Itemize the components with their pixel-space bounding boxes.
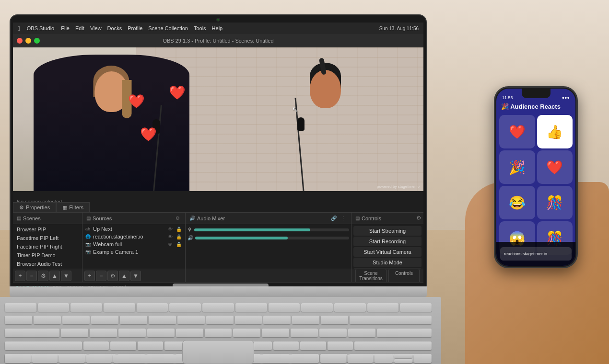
key-alt-r[interactable] (348, 354, 374, 363)
key-f4[interactable] (137, 303, 168, 312)
mixer-menu-icon[interactable]: ⋮ (340, 215, 347, 222)
key-e[interactable] (118, 329, 146, 337)
key-f8[interactable] (269, 303, 300, 312)
key-f12[interactable] (400, 303, 432, 312)
key-f6[interactable] (202, 303, 234, 312)
phone-cell-heart2[interactable]: ❤️ (537, 150, 573, 184)
key-t[interactable] (176, 329, 203, 337)
key-ctrl[interactable] (32, 354, 58, 363)
phone-cell-thumbs[interactable]: 👍 (537, 115, 573, 148)
fader-bar-2[interactable] (195, 237, 349, 239)
key-f9[interactable] (301, 303, 333, 312)
key-caps[interactable] (5, 341, 82, 350)
key-5[interactable] (149, 316, 176, 324)
key-a[interactable] (83, 341, 109, 350)
menu-scene-collection[interactable]: Scene Collection (148, 25, 188, 31)
scene-facetime-left[interactable]: Facetime PIP Left (13, 234, 82, 242)
remove-scene-button[interactable]: − (26, 271, 37, 281)
key-arrow-u[interactable] (394, 354, 412, 358)
key-f10[interactable] (334, 303, 366, 312)
key-alt-l[interactable] (59, 354, 85, 363)
controls-tab-button[interactable]: Controls (388, 269, 420, 283)
start-streaming-button[interactable]: Start Streaming (353, 226, 422, 236)
source-up-button[interactable]: ▲ (119, 271, 129, 281)
key-minus[interactable] (321, 316, 348, 324)
key-u[interactable] (233, 329, 260, 337)
key-f1[interactable] (38, 303, 70, 312)
key-r[interactable] (147, 329, 175, 337)
scene-settings-button[interactable]: ⚙ (38, 271, 48, 281)
key-s[interactable] (110, 341, 136, 350)
phone-cell-laugh[interactable]: 😂 (499, 186, 535, 219)
key-d[interactable] (138, 341, 164, 350)
app-name-menu[interactable]: OBS Studio (27, 25, 54, 31)
key-4[interactable] (120, 316, 147, 324)
source-eye-1[interactable]: 👁 (167, 234, 174, 239)
source-lock-2[interactable]: 🔒 (176, 242, 182, 247)
menu-edit[interactable]: Edit (75, 25, 84, 31)
key-fn[interactable] (5, 354, 31, 363)
key-delete[interactable] (354, 341, 432, 350)
key-cmd-l[interactable] (86, 354, 112, 363)
key-f7[interactable] (235, 303, 267, 312)
key-p[interactable] (319, 329, 347, 337)
filters-tab[interactable]: ▦ Filters (56, 202, 90, 213)
maximize-button[interactable] (34, 38, 40, 44)
source-reaction[interactable]: 🌐 reaction.stagetimer.io 👁 🔒 (82, 233, 185, 240)
key-cmd-r[interactable] (320, 354, 346, 363)
studio-mode-button[interactable]: Studio Mode (353, 258, 422, 267)
scene-browser-audio[interactable]: Browser Audio Test (13, 260, 82, 268)
phone-url-bar[interactable]: reactions.stagetimer.io (500, 247, 572, 261)
minimize-button[interactable] (25, 38, 31, 44)
key-arrow-d[interactable] (394, 359, 412, 363)
source-eye-0[interactable]: 👁 (167, 227, 174, 232)
key-9[interactable] (263, 316, 291, 324)
key-y[interactable] (205, 329, 232, 337)
source-up-next[interactable]: ab Up Next 👁 🔒 (82, 225, 185, 233)
scene-timer-pip[interactable]: Timer PIP Demo (13, 251, 82, 260)
trackpad[interactable] (182, 340, 254, 364)
start-virtual-camera-button[interactable]: Start Virtual Camera (353, 247, 422, 257)
menu-profile[interactable]: Profile (128, 25, 142, 31)
scene-facetime-right[interactable]: Facetime PIP Right (13, 242, 82, 251)
sources-options-icon[interactable]: ⚙ (174, 215, 181, 222)
source-lock-1[interactable]: 🔒 (176, 234, 182, 239)
key-arrow-l[interactable] (375, 354, 393, 363)
source-camera[interactable]: 📷 Example Camera 1 (82, 248, 185, 256)
scene-down-button[interactable]: ▼ (61, 271, 71, 281)
key-1[interactable] (34, 316, 61, 324)
fader-bar-1[interactable] (194, 228, 349, 231)
menu-view[interactable]: View (90, 25, 102, 31)
key-backspace[interactable] (350, 316, 432, 324)
source-settings-button[interactable]: ⚙ (107, 271, 118, 281)
key-8[interactable] (235, 316, 262, 324)
key-semi[interactable] (328, 341, 353, 350)
source-lock-0[interactable]: 🔒 (176, 227, 182, 232)
key-o[interactable] (291, 329, 318, 337)
add-source-button[interactable]: + (84, 271, 95, 281)
scene-up-button[interactable]: ▲ (49, 271, 60, 281)
phone-cell-party1[interactable]: 🎉 (499, 150, 535, 184)
key-esc[interactable] (5, 303, 36, 312)
key-return[interactable] (377, 329, 432, 337)
key-6[interactable] (177, 316, 205, 324)
source-down-button[interactable]: ▼ (130, 271, 141, 281)
menu-file[interactable]: File (61, 25, 70, 31)
key-q[interactable] (61, 329, 88, 337)
key-f11[interactable] (367, 303, 399, 312)
key-f5[interactable] (169, 303, 201, 312)
scene-browser-pip[interactable]: Browser PIP (13, 225, 82, 234)
key-bracket-l[interactable] (348, 329, 375, 337)
menu-docks[interactable]: Docks (107, 25, 122, 31)
key-w[interactable] (90, 329, 117, 337)
key-2[interactable] (62, 316, 90, 324)
key-f2[interactable] (70, 303, 102, 312)
key-backtick[interactable] (5, 316, 32, 324)
key-i[interactable] (262, 329, 289, 337)
key-k[interactable] (273, 341, 299, 350)
controls-gear-icon[interactable]: ⚙ (416, 215, 422, 221)
key-3[interactable] (91, 316, 118, 324)
key-0[interactable] (292, 316, 319, 324)
phone-cell-party2[interactable]: 🎊 (537, 186, 573, 219)
close-button[interactable] (17, 38, 23, 44)
